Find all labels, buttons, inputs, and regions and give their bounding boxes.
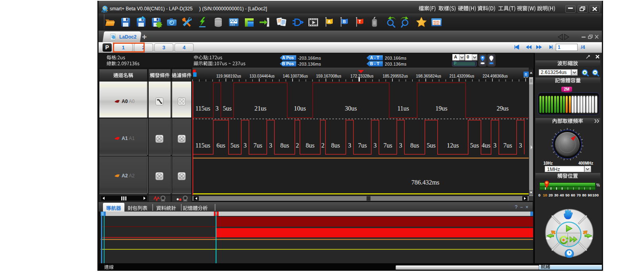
svg-text:3: 3 [374, 142, 377, 149]
svg-text:2: 2 [321, 142, 324, 149]
svg-text:10us: 10us [294, 105, 306, 112]
svg-text:7us: 7us [384, 142, 392, 149]
svg-text:146.100736us: 146.100736us [283, 74, 308, 78]
svg-text:5us: 5us [223, 105, 232, 112]
svg-text:211.432096us: 211.432096us [449, 74, 474, 78]
svg-text:198.365824us: 198.365824us [416, 74, 441, 78]
svg-text:7us: 7us [503, 142, 512, 149]
svg-text:3: 3 [269, 142, 272, 149]
svg-text:172.23328us: 172.23328us [351, 74, 374, 78]
svg-text:119.968192us: 119.968192us [216, 74, 241, 78]
svg-text:B: B [343, 19, 345, 24]
svg-text:11us: 11us [397, 105, 409, 112]
svg-text:5us: 5us [427, 142, 436, 149]
svg-text:3: 3 [493, 142, 497, 149]
svg-text:8us: 8us [280, 142, 289, 149]
svg-text:115us: 115us [195, 142, 210, 149]
svg-text:T: T [359, 19, 361, 24]
svg-text:7us: 7us [253, 142, 262, 149]
svg-text:0101: 0101 [433, 23, 440, 26]
svg-text:224.498368us: 224.498368us [483, 74, 508, 78]
svg-text:12us: 12us [447, 142, 459, 149]
svg-text:29us: 29us [497, 105, 508, 112]
svg-text:8us: 8us [410, 142, 419, 149]
svg-text:8us: 8us [331, 142, 340, 149]
svg-text:4us: 4us [481, 142, 490, 149]
svg-text:2: 2 [296, 142, 299, 149]
svg-text:786.432ms: 786.432ms [411, 179, 440, 186]
svg-text:133.034464us: 133.034464us [249, 74, 274, 78]
svg-text:8us: 8us [306, 142, 314, 149]
svg-text:3: 3 [244, 142, 247, 149]
svg-text:30us: 30us [345, 105, 357, 112]
svg-text:3: 3 [519, 142, 522, 149]
svg-text:A: A [328, 19, 330, 24]
svg-text:5us: 5us [231, 142, 239, 149]
svg-text:7us: 7us [358, 142, 367, 149]
svg-text:115us: 115us [195, 105, 210, 112]
svg-text:B: B [525, 72, 527, 76]
svg-text:185.299552us: 185.299552us [383, 74, 408, 78]
svg-text:19us: 19us [435, 105, 447, 112]
svg-text:5us: 5us [470, 142, 479, 149]
svg-text:159.167008us: 159.167008us [316, 74, 341, 78]
svg-text:21us: 21us [254, 105, 266, 112]
svg-text:3: 3 [399, 142, 402, 149]
svg-text:3: 3 [215, 105, 219, 112]
svg-text:6us: 6us [216, 142, 225, 149]
svg-text:3: 3 [348, 142, 351, 149]
